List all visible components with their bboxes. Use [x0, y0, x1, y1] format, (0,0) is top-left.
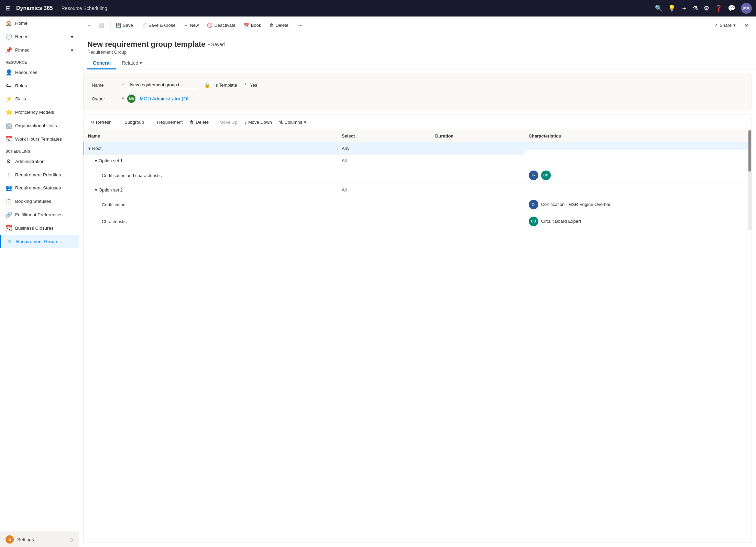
name-input[interactable] — [127, 81, 196, 89]
requirement-icon: ＋ — [151, 119, 155, 125]
home-icon: 🏠 — [6, 20, 12, 26]
row-name-text: Chracteristic — [102, 219, 127, 224]
sidebar-item-pinned[interactable]: 📌 Pinned ▾ — [0, 43, 79, 57]
new-button[interactable]: ＋ New — [180, 20, 202, 31]
owner-label: Owner — [92, 96, 119, 101]
sidebar-label-home: Home — [15, 21, 28, 26]
add-icon[interactable]: ＋ — [681, 4, 687, 12]
sidebar-item-administration[interactable]: ⚙ Administration — [0, 155, 79, 168]
row-chevron-icon: ▾ — [95, 187, 97, 193]
tab-general[interactable]: General — [87, 57, 116, 69]
grid-scrollbar[interactable] — [748, 130, 752, 230]
sidebar-label-booking-statuses: Booking Statuses — [15, 199, 51, 204]
tab-related[interactable]: Related ▾ — [116, 57, 147, 69]
sidebar: 🏠 Home 🕐 Recent ▾ 📌 Pinned ▾ Resource 👤 … — [0, 17, 79, 547]
sidebar-label-org-units: Organizational Units — [15, 123, 57, 128]
save-close-button[interactable]: 📄 Save & Close — [138, 21, 179, 30]
save-label: Save — [123, 23, 133, 28]
back-button[interactable]: ← — [83, 21, 95, 30]
sidebar-item-resources[interactable]: 👤 Resources — [0, 66, 79, 79]
refresh-button[interactable]: ↻ Refresh — [88, 118, 114, 127]
grid-toolbar: ↻ Refresh ＋ Subgroup ＋ Requirement 🗑 Del… — [84, 114, 752, 130]
table-row[interactable]: Certification and characteristicC-CB — [84, 167, 752, 184]
table-row[interactable]: ▾RootAny — [84, 142, 752, 155]
table-row[interactable]: ▾Option set 1All — [84, 155, 752, 167]
row-select-cell: Any — [338, 142, 431, 155]
owner-link[interactable]: MOD Administrator (Off — [140, 96, 189, 101]
grid-header-row: Name Select Duration Characteristics — [84, 130, 752, 142]
app-brand: Dynamics 365 — [16, 5, 53, 11]
search-icon[interactable]: 🔍 — [655, 4, 662, 12]
sidebar-label-req-statuses: Requirement Statuses — [15, 185, 61, 190]
book-button[interactable]: 📅 Book — [240, 21, 265, 30]
delete-button[interactable]: 🗑 Delete — [266, 21, 292, 30]
grid-scroll-thumb[interactable] — [748, 130, 751, 172]
grid-table: Name Select Duration Characteristics ▾Ro… — [84, 130, 752, 230]
more-icon: ⋯ — [298, 23, 303, 28]
row-characteristics-cell: C-Certification - HSR Engine Overhau — [525, 196, 752, 213]
table-row[interactable]: CertificationC-Certification - HSR Engin… — [84, 196, 752, 213]
popup-button[interactable]: ⬜ — [95, 21, 108, 30]
more-button[interactable]: ⋯ — [295, 21, 306, 30]
sidebar-settings-section: S Settings ◇ — [0, 532, 79, 547]
idea-icon[interactable]: 💡 — [668, 4, 676, 12]
email-icon: ✉ — [745, 23, 748, 28]
user-avatar[interactable]: MA — [741, 3, 752, 14]
related-chevron-icon: ▾ — [140, 60, 142, 66]
row-name-cell: ▾Option set 1 — [84, 155, 338, 167]
sidebar-label-recent: Recent — [15, 34, 30, 39]
top-nav-icons: 🔍 💡 ＋ ⚗ ⚙ ❓ 💬 MA — [655, 3, 752, 14]
name-field: Name * — [92, 81, 196, 89]
deactivate-icon: 🚫 — [207, 23, 212, 28]
tab-related-label: Related — [122, 60, 138, 66]
sidebar-item-roles[interactable]: 🏷 Roles — [0, 79, 79, 92]
columns-label: Columns — [285, 120, 302, 125]
filter-icon[interactable]: ⚗ — [693, 4, 698, 12]
delete-label: Delete — [275, 23, 288, 28]
move-up-button[interactable]: ↑ Move Up — [213, 118, 240, 127]
sidebar-item-proficiency-models[interactable]: ⭐ Proficiency Models — [0, 106, 79, 119]
table-row[interactable]: ▾Option set 2All — [84, 184, 752, 196]
new-label: New — [190, 23, 199, 28]
deactivate-button[interactable]: 🚫 Deactivate — [204, 21, 239, 30]
grid-delete-label: Delete — [196, 120, 209, 125]
delete-icon: 🗑 — [269, 23, 274, 28]
settings-icon[interactable]: ⚙ — [704, 4, 709, 12]
row-characteristics-cell: CBCircuit Board Expert — [525, 213, 752, 230]
table-row[interactable]: ChracteristicCBCircuit Board Expert — [84, 213, 752, 230]
lock-icon: 🔒 — [204, 82, 210, 88]
move-down-button[interactable]: ↓ Move Down — [241, 118, 274, 127]
sidebar-item-business-closures[interactable]: 📆 Business Closures — [0, 221, 79, 235]
requirement-label: Requirement — [157, 120, 183, 125]
sidebar-item-settings[interactable]: S Settings ◇ — [0, 532, 79, 547]
popup-icon: ⬜ — [99, 23, 104, 28]
col-header-select: Select — [338, 130, 431, 142]
email-button[interactable]: ✉ — [741, 21, 752, 30]
sidebar-item-org-units[interactable]: 🏢 Organizational Units — [0, 119, 79, 132]
chat-icon[interactable]: 💬 — [728, 4, 735, 12]
is-template-required: * — [244, 82, 246, 88]
waffle-icon[interactable]: ⊞ — [4, 3, 12, 13]
subgroup-button[interactable]: ＋ Subgroup — [116, 117, 147, 127]
sidebar-item-req-statuses[interactable]: 👥 Requirement Statuses — [0, 181, 79, 195]
section-header-resource: Resource — [0, 57, 79, 66]
sidebar-item-recent[interactable]: 🕐 Recent ▾ — [0, 30, 79, 43]
skills-icon: ⚡ — [6, 96, 12, 102]
page-subtitle: Requirement Group — [87, 50, 748, 55]
grid-delete-button[interactable]: 🗑 Delete — [187, 118, 211, 127]
sidebar-item-home[interactable]: 🏠 Home — [0, 17, 79, 30]
sidebar-item-fulfillment[interactable]: 🔗 Fulfillment Preferences — [0, 208, 79, 221]
sidebar-item-req-group-templates[interactable]: ≡ Requirement Group ... — [0, 235, 79, 248]
sidebar-item-booking-statuses[interactable]: 📋 Booking Statuses — [0, 195, 79, 208]
share-button[interactable]: ↗ Share ▾ — [711, 21, 739, 30]
toolbar-nav: ← ⬜ — [83, 21, 111, 30]
sidebar-item-skills[interactable]: ⚡ Skills — [0, 92, 79, 106]
sidebar-item-work-hours[interactable]: 📅 Work Hours Templates — [0, 132, 79, 146]
sidebar-item-req-priorities[interactable]: ↓ Requirement Priorities — [0, 168, 79, 181]
form-row-name: Name * 🔒 Is Template * Yes — [92, 81, 743, 89]
requirement-button[interactable]: ＋ Requirement — [148, 117, 185, 127]
owner-avatar: MA — [127, 95, 135, 103]
help-icon[interactable]: ❓ — [715, 4, 722, 12]
columns-button[interactable]: ⚗ Columns ▾ — [276, 118, 309, 127]
save-button[interactable]: 💾 Save — [112, 21, 136, 30]
